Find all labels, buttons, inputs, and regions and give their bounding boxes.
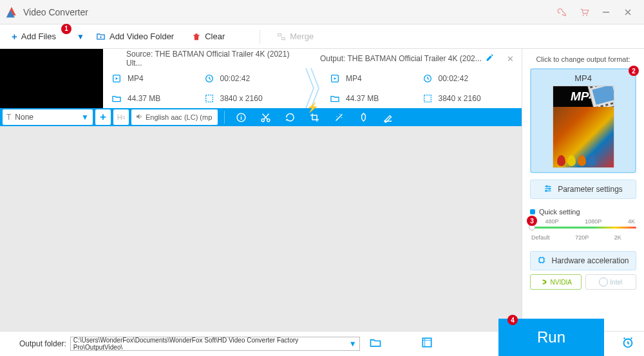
subtitle-select[interactable]: T None ▼ (3, 109, 93, 125)
edit-toolbar: T None ▼ + HS English aac (LC) (mp (0, 108, 522, 126)
output-title: Output: THE BATMAN Official Trailer 4K (… (320, 54, 482, 63)
output-panel: Click to change output format: 2 MP4 MP4 (522, 49, 644, 331)
format-icon (329, 73, 341, 84)
output-panel-title: Click to change output format: (530, 55, 636, 63)
clear-button[interactable]: Clear (183, 26, 234, 47)
add-folder-label: Add Video Folder (109, 32, 174, 41)
src-duration: 00:02:42 (220, 74, 251, 83)
badge-1: 1 (61, 24, 71, 34)
chip-icon (537, 256, 546, 267)
remove-item-icon[interactable]: ✕ (498, 54, 514, 64)
src-size: 44.37 MB (128, 94, 160, 103)
rotate-button[interactable] (278, 108, 302, 126)
run-button[interactable]: 4 Run (498, 319, 604, 356)
folder-icon (329, 93, 341, 104)
badge-3: 3 (527, 216, 537, 226)
logs-icon[interactable] (421, 336, 433, 351)
conversion-arrow: ⚡ (303, 68, 321, 108)
quick-label: Quick setting (539, 208, 580, 216)
add-track-button[interactable]: + (95, 109, 111, 125)
trash-icon (192, 32, 201, 41)
q-720: 720P (575, 234, 589, 241)
src-resolution: 3840 x 2160 (220, 94, 263, 103)
info-button[interactable] (229, 108, 253, 126)
add-folder-button[interactable]: Add Video Folder (87, 26, 183, 47)
nvidia-label: NVIDIA (551, 279, 572, 286)
subtitle-icon: T (6, 113, 11, 122)
schedule-icon[interactable] (621, 335, 635, 352)
svg-point-41 (549, 187, 550, 189)
sliders-icon (544, 184, 553, 195)
output-folder-label: Output folder: (19, 339, 66, 348)
format-icon (111, 73, 122, 84)
effects-button[interactable] (327, 108, 351, 126)
src-format: MP4 (128, 74, 144, 83)
format-thumbnail: MP4 (553, 86, 614, 168)
video-item: Source: THE BATMAN Official Trailer 4K (… (0, 49, 522, 108)
close-button[interactable] (617, 3, 639, 22)
svg-rect-14 (424, 95, 431, 102)
format-label: MP4 (535, 73, 631, 83)
svg-point-24 (341, 117, 342, 117)
audio-select[interactable]: English aac (LC) (mp (131, 109, 218, 125)
video-thumbnail[interactable] (0, 49, 103, 108)
register-icon[interactable] (551, 3, 573, 22)
plus-icon: + (12, 31, 17, 42)
clock-icon (422, 73, 433, 84)
svg-rect-8 (282, 37, 285, 40)
svg-rect-11 (205, 95, 213, 102)
cart-icon[interactable] (573, 3, 595, 22)
svg-point-17 (240, 115, 241, 115)
intel-chip[interactable]: Intel (585, 274, 637, 290)
svg-point-42 (545, 190, 547, 191)
audio-value: English aac (LC) (mp (146, 113, 212, 121)
out-size: 44.37 MB (346, 94, 379, 103)
run-label: Run (537, 328, 565, 346)
svg-point-0 (583, 14, 584, 15)
out-duration: 00:02:42 (439, 74, 469, 83)
intel-label: Intel (610, 279, 622, 286)
quick-setting-title: 3 Quick setting (530, 208, 636, 216)
nvidia-chip[interactable]: NVIDIA (530, 274, 582, 290)
speaker-icon (135, 113, 143, 122)
q-4k: 4K (628, 218, 635, 225)
footer: Output folder: C:\Users\WonderFox\Docume… (0, 331, 644, 356)
source-title: Source: THE BATMAN Official Trailer 4K (… (111, 50, 305, 68)
browse-folder-icon[interactable] (369, 336, 382, 351)
svg-point-1 (586, 14, 587, 15)
output-path-input[interactable]: C:\Users\WonderFox\Documents\WonderFox S… (70, 337, 360, 351)
out-resolution: 3840 x 2160 (439, 94, 481, 103)
edit-button[interactable] (375, 108, 400, 126)
merge-button: Merge (268, 26, 323, 47)
svg-point-22 (336, 116, 337, 117)
svg-rect-7 (278, 33, 281, 36)
chevron-down-icon: ▼ (81, 113, 89, 122)
svg-point-23 (339, 113, 340, 114)
merge-icon (277, 32, 286, 41)
rename-icon[interactable] (486, 53, 494, 64)
chevron-down-icon[interactable]: ▼ (349, 339, 357, 348)
folder-plus-icon (96, 32, 106, 41)
badge-4: 4 (507, 315, 518, 325)
bullet-icon (530, 209, 535, 214)
empty-area (0, 126, 522, 331)
hardware-accel-button[interactable]: Hardware acceleration (530, 251, 636, 270)
resolution-icon (204, 93, 215, 104)
clock-icon (204, 73, 215, 84)
lightning-icon: ⚡ (307, 102, 319, 113)
add-files-dropdown[interactable]: ▼ (74, 32, 87, 41)
badge-2: 2 (629, 66, 639, 76)
parameter-settings-button[interactable]: Parameter settings (530, 180, 636, 199)
folder-icon (111, 93, 122, 104)
minimize-button[interactable] (595, 3, 617, 22)
hardsub-button[interactable]: HS (113, 109, 129, 125)
output-format-button[interactable]: 2 MP4 MP4 (530, 68, 636, 173)
nvidia-icon (540, 277, 549, 286)
merge-label: Merge (290, 32, 314, 41)
param-label: Parameter settings (558, 185, 623, 194)
quality-slider[interactable] (530, 227, 636, 229)
cut-button[interactable] (253, 108, 278, 126)
quality-labels-top: . 480P . 1080P . 4K (530, 218, 636, 225)
watermark-button[interactable] (351, 108, 375, 126)
add-files-button[interactable]: + Add Files 1 (3, 26, 65, 47)
